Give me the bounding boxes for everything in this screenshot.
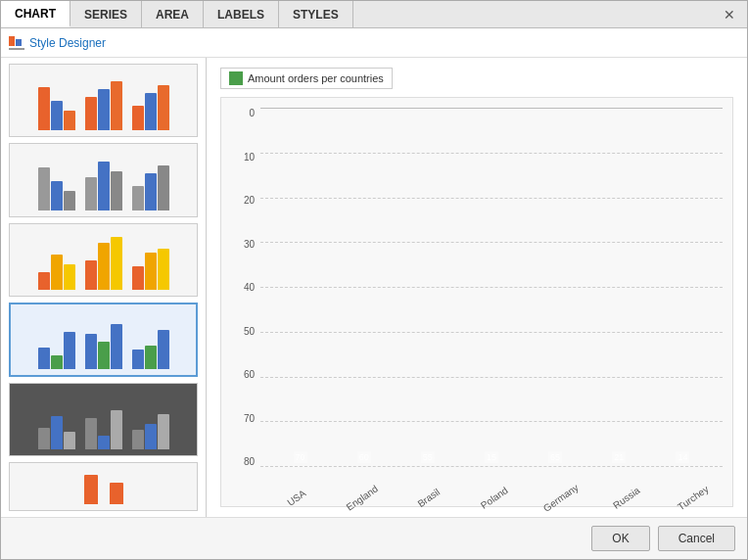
content-area: Amount orders per countries 80 70 60 50 … (1, 58, 747, 517)
cancel-button[interactable]: Cancel (658, 526, 735, 551)
bar-value-turchey: 14 (676, 451, 689, 463)
y-label-40: 40 (244, 282, 255, 293)
right-panel: Amount orders per countries 80 70 60 50 … (207, 58, 747, 517)
x-label-germany: Germany (531, 475, 591, 517)
x-label-russia: Russia (596, 475, 657, 517)
thumb-item-3[interactable] (9, 223, 198, 297)
tab-area[interactable]: AREA (142, 1, 204, 27)
bar-value-usa: 70 (294, 451, 307, 463)
thumb-item-5[interactable] (9, 383, 198, 456)
thumb-item-1[interactable] (9, 64, 198, 137)
x-label-poland: Poland (464, 475, 525, 517)
legend-text: Amount orders per countries (248, 72, 384, 84)
tabs-bar: CHART SERIES AREA LABELS STYLES ✕ (1, 1, 747, 28)
svg-rect-0 (9, 36, 15, 46)
x-label-brasil: Brasil (398, 475, 459, 517)
thumb-item-4[interactable] (9, 303, 198, 377)
y-label-20: 20 (244, 195, 255, 206)
y-label-30: 30 (244, 239, 255, 250)
close-button[interactable]: ✕ (718, 5, 741, 24)
bar-value-brasil: 55 (421, 451, 435, 463)
x-label-usa: USA (266, 475, 327, 517)
tab-series[interactable]: SERIES (70, 1, 142, 27)
y-label-50: 50 (244, 326, 255, 337)
bar-value-russia: 21 (612, 451, 626, 463)
legend-box: Amount orders per countries (220, 68, 393, 89)
style-designer-label[interactable]: Style Designer (29, 36, 106, 50)
x-label-turchey: Turchey (663, 475, 724, 517)
bar-value-germany: 65 (548, 451, 562, 463)
style-designer-icon (9, 36, 24, 50)
y-label-60: 60 (244, 369, 255, 380)
y-label-0: 0 (249, 108, 255, 118)
bar-value-england: 60 (357, 451, 371, 463)
chart-area: 80 70 60 50 40 30 20 10 0 (220, 97, 733, 507)
thumb-item-6[interactable] (9, 462, 198, 511)
bars-container: 70 60 55 (260, 108, 723, 467)
left-panel (1, 58, 207, 517)
y-label-70: 70 (244, 413, 255, 424)
y-label-80: 80 (244, 456, 255, 467)
style-designer-bar: Style Designer (1, 28, 747, 58)
thumb-item-2[interactable] (9, 143, 198, 216)
legend-color (229, 71, 243, 85)
chart-dialog: CHART SERIES AREA LABELS STYLES ✕ Style … (0, 0, 748, 560)
ok-button[interactable]: OK (591, 526, 649, 551)
y-axis-labels: 80 70 60 50 40 30 20 10 0 (221, 108, 258, 467)
svg-rect-1 (16, 39, 22, 46)
y-label-10: 10 (244, 152, 255, 163)
x-label-england: England (333, 475, 394, 517)
tab-styles[interactable]: STYLES (279, 1, 353, 27)
x-axis-labels: USA England Brasil Poland Germany Russia… (260, 467, 723, 504)
bar-value-poland: 15 (485, 451, 498, 463)
thumbnail-list (1, 58, 206, 517)
dialog-footer: OK Cancel (1, 517, 747, 559)
tab-chart[interactable]: CHART (1, 1, 70, 27)
tab-labels[interactable]: LABELS (204, 1, 279, 27)
